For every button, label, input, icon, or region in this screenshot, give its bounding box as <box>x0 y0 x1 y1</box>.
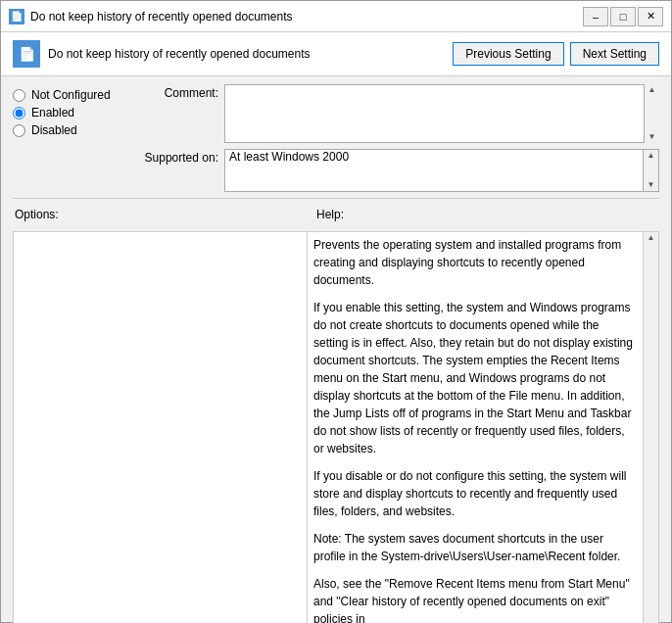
comment-label: Comment: <box>140 84 218 100</box>
help-para-4: Note: The system saves document shortcut… <box>313 530 637 565</box>
title-bar-left: 📄 Do not keep history of recently opened… <box>9 9 293 24</box>
header-icon: 📄 <box>13 40 40 68</box>
next-setting-button[interactable]: Next Setting <box>570 42 659 66</box>
header-buttons: Previous Setting Next Setting <box>453 42 659 66</box>
comment-scrollbar: ▲ ▼ <box>644 84 659 143</box>
window-title: Do not keep history of recently opened d… <box>30 10 293 24</box>
scroll-down-icon: ▼ <box>648 133 656 141</box>
comment-field: Comment: ▲ ▼ <box>140 84 659 143</box>
section-headers: Options: Help: <box>13 198 659 225</box>
comment-textarea[interactable] <box>224 84 659 143</box>
supported-scrollbar: ▲ ▼ <box>643 150 658 191</box>
not-configured-radio[interactable]: Not Configured <box>13 88 130 102</box>
help-scrollbar: ▲ ▼ <box>643 232 658 623</box>
not-configured-label: Not Configured <box>31 88 111 102</box>
help-scroll-up-icon: ▲ <box>648 234 655 242</box>
content-area: Not Configured Enabled Disabled Comment: <box>1 76 671 623</box>
disabled-radio[interactable]: Disabled <box>13 123 130 137</box>
options-header: Options: <box>13 208 307 221</box>
help-header: Help: <box>316 208 344 221</box>
help-para-1: Prevents the operating system and instal… <box>313 236 637 289</box>
enabled-radio[interactable]: Enabled <box>13 106 130 120</box>
window-controls: – □ ✕ <box>583 7 663 26</box>
title-bar: 📄 Do not keep history of recently opened… <box>1 1 671 32</box>
supported-on-box: At least Windows 2000 ▲ ▼ <box>224 149 659 192</box>
help-para-5: Also, see the "Remove Recent Items menu … <box>313 575 637 623</box>
top-section: Not Configured Enabled Disabled Comment: <box>13 84 659 192</box>
maximize-button[interactable]: □ <box>610 7 636 26</box>
supported-scroll-down-icon: ▼ <box>648 181 655 189</box>
options-panel <box>14 232 308 623</box>
main-window: 📄 Do not keep history of recently opened… <box>0 0 672 623</box>
radio-section: Not Configured Enabled Disabled <box>13 84 130 192</box>
header-bar: 📄 Do not keep history of recently opened… <box>1 32 671 76</box>
supported-scroll-up-icon: ▲ <box>648 152 655 160</box>
enabled-input[interactable] <box>13 107 25 120</box>
prev-setting-button[interactable]: Previous Setting <box>453 42 563 66</box>
not-configured-input[interactable] <box>13 89 25 102</box>
header-left: 📄 Do not keep history of recently opened… <box>13 40 311 68</box>
enabled-label: Enabled <box>31 106 74 120</box>
supported-on-value: At least Windows 2000 <box>225 149 368 168</box>
help-para-2: If you enable this setting, the system a… <box>313 299 637 457</box>
supported-on-label: Supported on: <box>140 149 218 165</box>
header-title: Do not keep history of recently opened d… <box>48 47 311 61</box>
minimize-button[interactable]: – <box>583 7 608 26</box>
form-fields: Comment: ▲ ▼ Supported on: At least Wind… <box>140 84 659 192</box>
help-content: Prevents the operating system and instal… <box>313 236 652 623</box>
disabled-label: Disabled <box>31 123 77 137</box>
supported-on-field: Supported on: At least Windows 2000 ▲ ▼ <box>140 149 659 192</box>
window-icon: 📄 <box>9 9 24 24</box>
help-para-3: If you disable or do not configure this … <box>313 467 637 520</box>
close-button[interactable]: ✕ <box>638 7 663 26</box>
bottom-panels: Prevents the operating system and instal… <box>13 231 659 623</box>
disabled-input[interactable] <box>13 124 25 137</box>
scroll-up-icon: ▲ <box>648 86 656 94</box>
comment-wrapper: ▲ ▼ <box>224 84 659 143</box>
help-panel: Prevents the operating system and instal… <box>308 232 658 623</box>
